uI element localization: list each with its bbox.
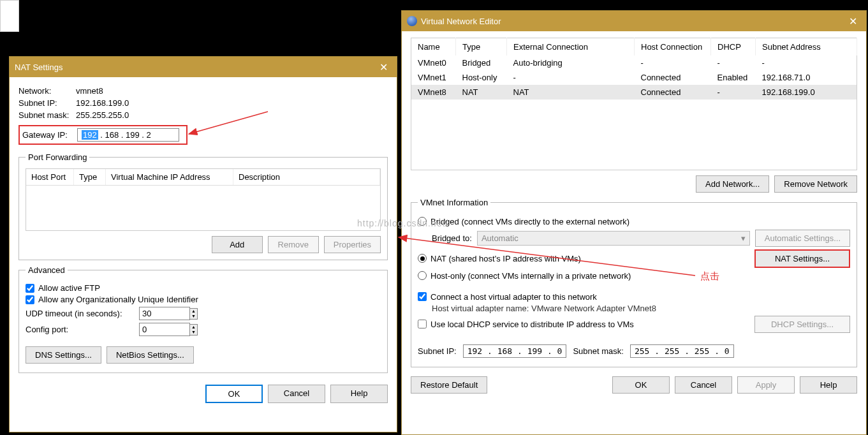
portfwd-table: Host Port Type Virtual Machine IP Addres… xyxy=(26,168,381,231)
vmnet-info-group: VMnet Information Bridged (connect VMs d… xyxy=(411,198,857,367)
nat-titlebar[interactable]: NAT Settings ✕ xyxy=(10,57,397,77)
subnet-ip-input[interactable]: 192 . 168 . 199 . 0 xyxy=(463,344,567,358)
vne-title: Virtual Network Editor xyxy=(421,17,501,26)
col-type[interactable]: Type xyxy=(456,38,507,56)
col-hostport[interactable]: Host Port xyxy=(26,169,74,185)
bridged-to-combo: Automatic xyxy=(477,231,750,246)
table-row[interactable]: VMnet8NATNATConnected-192.168.199.0 xyxy=(411,85,857,100)
col-name[interactable]: Name xyxy=(411,38,456,56)
col-type[interactable]: Type xyxy=(74,169,106,185)
bridged-radio[interactable]: Bridged (connect VMs directly to the ext… xyxy=(418,217,850,226)
help-button[interactable]: Help xyxy=(330,385,388,403)
add-button[interactable]: Add xyxy=(212,236,263,253)
network-value: vmnet8 xyxy=(76,86,103,96)
vne-titlebar[interactable]: Virtual Network Editor ✕ xyxy=(402,11,866,31)
adapter-name: Host virtual adapter name: VMware Networ… xyxy=(432,304,850,313)
network-label: Network: xyxy=(18,86,76,96)
background-patch xyxy=(0,0,19,32)
advanced-group: Advanced Allow active FTP Allow any Orga… xyxy=(18,265,388,373)
subnet-mask-input[interactable]: 255 . 255 . 255 . 0 xyxy=(630,344,734,358)
port-forwarding-group: Port Forwarding Host Port Type Virtual M… xyxy=(18,152,388,260)
port-forwarding-legend: Port Forwarding xyxy=(26,152,89,162)
chevron-down-icon: ▼ xyxy=(190,330,197,335)
config-port-stepper[interactable]: ▲▼ xyxy=(139,323,198,336)
hostonly-radio[interactable]: Host-only (connect VMs internally in a p… xyxy=(418,271,850,281)
subnet-mask-label: Subnet mask: xyxy=(573,346,624,356)
close-icon[interactable]: ✕ xyxy=(376,61,392,73)
col-desc[interactable]: Description xyxy=(233,169,380,185)
udp-timeout-label: UDP timeout (in seconds): xyxy=(26,309,134,318)
gateway-ip-input[interactable]: 192 . 168 . 199 . 2 xyxy=(77,128,179,142)
vne-window: Virtual Network Editor ✕ Name Type Exter… xyxy=(401,10,867,435)
close-icon[interactable]: ✕ xyxy=(845,15,861,27)
col-vmip[interactable]: Virtual Machine IP Address xyxy=(106,169,233,185)
globe-icon xyxy=(407,16,417,26)
table-row[interactable]: VMnet1Host-only-ConnectedEnabled192.168.… xyxy=(411,70,857,85)
subnet-ip-label: Subnet IP: xyxy=(18,98,76,108)
gateway-ip-label: Gateway IP: xyxy=(22,130,77,140)
cancel-button[interactable]: Cancel xyxy=(268,385,325,403)
advanced-legend: Advanced xyxy=(26,265,68,275)
nat-title: NAT Settings xyxy=(15,63,63,72)
help-button[interactable]: Help xyxy=(800,376,857,394)
config-port-label: Config port: xyxy=(26,325,134,334)
use-dhcp-checkbox[interactable]: Use local DHCP service to distribute IP … xyxy=(418,320,634,329)
col-host[interactable]: Host Connection xyxy=(635,38,711,56)
chevron-down-icon: ▼ xyxy=(190,314,197,319)
nat-settings-button[interactable]: NAT Settings... xyxy=(754,249,850,268)
nat-window: NAT Settings ✕ Network:vmnet8 Subnet IP:… xyxy=(9,56,397,432)
chevron-up-icon: ▲ xyxy=(190,309,197,314)
connect-adapter-checkbox[interactable]: Connect a host virtual adapter to this n… xyxy=(418,292,850,302)
cancel-button[interactable]: Cancel xyxy=(675,376,732,394)
udp-timeout-stepper[interactable]: ▲▼ xyxy=(139,307,198,320)
bridged-to-label: Bridged to: xyxy=(432,233,472,243)
dns-settings-button[interactable]: DNS Settings... xyxy=(26,346,101,364)
col-dhcp[interactable]: DHCP xyxy=(711,38,756,56)
remove-button: Remove xyxy=(268,236,319,253)
col-ext[interactable]: External Connection xyxy=(507,38,635,56)
subnet-ip-value: 192.168.199.0 xyxy=(76,98,129,108)
ok-button[interactable]: OK xyxy=(612,376,670,394)
vmnet-info-legend: VMnet Information xyxy=(418,198,490,207)
chevron-up-icon: ▲ xyxy=(190,325,197,330)
netbios-settings-button[interactable]: NetBios Settings... xyxy=(107,346,194,364)
restore-default-button[interactable]: Restore Default xyxy=(411,376,487,394)
allow-ftp-checkbox[interactable]: Allow active FTP xyxy=(26,283,381,293)
subnet-ip-label: Subnet IP: xyxy=(418,346,457,356)
table-row[interactable]: VMnet0BridgedAuto-bridging--- xyxy=(411,55,857,70)
vmnet-table: Name Type External Connection Host Conne… xyxy=(411,38,857,170)
subnet-mask-label: Subnet mask: xyxy=(18,110,76,120)
remove-network-button[interactable]: Remove Network xyxy=(774,175,857,193)
dhcp-settings-button: DHCP Settings... xyxy=(754,316,850,333)
allow-oui-checkbox[interactable]: Allow any Organizationally Unique Identi… xyxy=(26,295,381,304)
auto-settings-button: Automatic Settings... xyxy=(755,230,850,247)
properties-button: Properties xyxy=(324,236,381,253)
apply-button: Apply xyxy=(737,376,795,394)
ok-button[interactable]: OK xyxy=(205,385,263,403)
nat-radio[interactable]: NAT (shared host's IP address with VMs) xyxy=(418,254,581,263)
add-network-button[interactable]: Add Network... xyxy=(696,175,769,193)
col-subnet[interactable]: Subnet Address xyxy=(756,38,857,56)
subnet-mask-value: 255.255.255.0 xyxy=(76,110,129,120)
annotation-click: 点击 xyxy=(700,270,719,283)
